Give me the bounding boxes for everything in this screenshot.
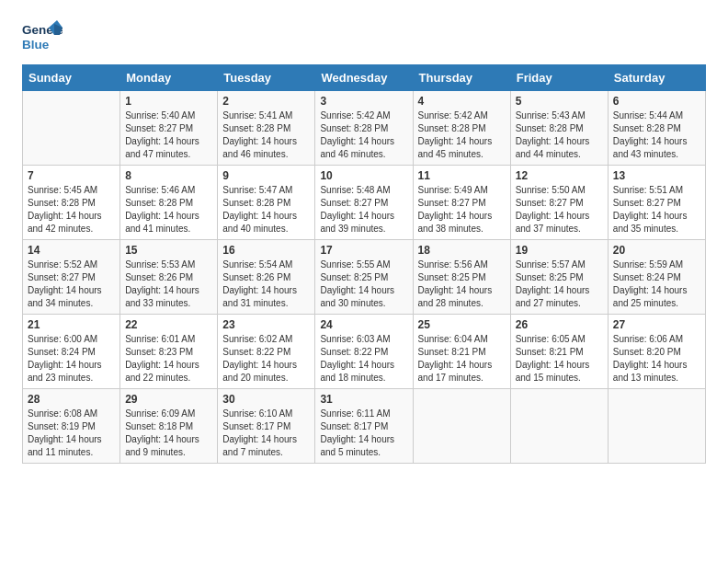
day-cell: 15Sunrise: 5:53 AM Sunset: 8:26 PM Dayli… [120,240,218,315]
day-number: 7 [28,169,115,182]
page-header: General Blue [22,18,706,55]
day-content: Sunrise: 5:52 AM Sunset: 8:27 PM Dayligh… [28,259,115,310]
week-row-2: 14Sunrise: 5:52 AM Sunset: 8:27 PM Dayli… [23,240,706,315]
day-cell: 10Sunrise: 5:48 AM Sunset: 8:27 PM Dayli… [315,166,413,240]
calendar-table: SundayMondayTuesdayWednesdayThursdayFrid… [22,64,706,464]
day-number: 14 [28,244,115,257]
day-number: 10 [320,169,407,182]
day-number: 29 [125,393,212,406]
day-cell [608,389,705,464]
day-cell: 12Sunrise: 5:50 AM Sunset: 8:27 PM Dayli… [510,166,608,240]
day-cell: 14Sunrise: 5:52 AM Sunset: 8:27 PM Dayli… [23,240,120,315]
day-cell: 7Sunrise: 5:45 AM Sunset: 8:28 PM Daylig… [23,166,120,240]
day-content: Sunrise: 6:02 AM Sunset: 8:22 PM Dayligh… [222,333,310,385]
day-header-sunday: Sunday [23,65,120,91]
day-number: 21 [28,318,115,331]
day-number: 22 [125,318,212,331]
day-number: 26 [516,318,603,331]
day-number: 20 [613,244,700,257]
day-number: 3 [320,95,407,108]
day-number: 13 [613,169,700,182]
day-content: Sunrise: 6:04 AM Sunset: 8:21 PM Dayligh… [418,333,506,385]
day-content: Sunrise: 6:08 AM Sunset: 8:19 PM Dayligh… [28,408,115,459]
day-cell: 29Sunrise: 6:09 AM Sunset: 8:18 PM Dayli… [120,389,218,464]
day-content: Sunrise: 6:11 AM Sunset: 8:17 PM Dayligh… [320,408,407,459]
day-content: Sunrise: 6:10 AM Sunset: 8:17 PM Dayligh… [222,408,310,459]
day-cell: 18Sunrise: 5:56 AM Sunset: 8:25 PM Dayli… [413,240,510,315]
week-row-1: 7Sunrise: 5:45 AM Sunset: 8:28 PM Daylig… [23,166,706,240]
day-number: 17 [320,244,407,257]
day-number: 5 [516,95,603,108]
day-number: 1 [125,95,212,108]
day-cell: 19Sunrise: 5:57 AM Sunset: 8:25 PM Dayli… [510,240,608,315]
day-cell: 16Sunrise: 5:54 AM Sunset: 8:26 PM Dayli… [218,240,315,315]
day-cell: 5Sunrise: 5:43 AM Sunset: 8:28 PM Daylig… [510,91,608,166]
day-number: 9 [222,169,310,182]
day-cell [413,389,510,464]
day-number: 15 [125,244,212,257]
day-content: Sunrise: 5:55 AM Sunset: 8:25 PM Dayligh… [320,259,407,310]
day-number: 8 [125,169,212,182]
day-content: Sunrise: 5:43 AM Sunset: 8:28 PM Dayligh… [516,109,603,161]
week-row-3: 21Sunrise: 6:00 AM Sunset: 8:24 PM Dayli… [23,315,706,389]
day-cell: 6Sunrise: 5:44 AM Sunset: 8:28 PM Daylig… [608,91,705,166]
day-cell: 4Sunrise: 5:42 AM Sunset: 8:28 PM Daylig… [413,91,510,166]
day-cell: 11Sunrise: 5:49 AM Sunset: 8:27 PM Dayli… [413,166,510,240]
day-number: 28 [28,393,115,406]
logo-svg: General Blue [22,18,63,55]
day-content: Sunrise: 5:57 AM Sunset: 8:25 PM Dayligh… [516,259,603,310]
day-header-monday: Monday [120,65,218,91]
day-number: 19 [516,244,603,257]
day-content: Sunrise: 5:49 AM Sunset: 8:27 PM Dayligh… [418,184,506,236]
day-number: 16 [222,244,310,257]
day-content: Sunrise: 6:06 AM Sunset: 8:20 PM Dayligh… [613,333,700,385]
day-number: 11 [418,169,506,182]
day-number: 4 [418,95,506,108]
day-cell: 9Sunrise: 5:47 AM Sunset: 8:28 PM Daylig… [218,166,315,240]
day-cell: 26Sunrise: 6:05 AM Sunset: 8:21 PM Dayli… [510,315,608,389]
day-cell [510,389,608,464]
day-cell: 30Sunrise: 6:10 AM Sunset: 8:17 PM Dayli… [218,389,315,464]
day-content: Sunrise: 5:46 AM Sunset: 8:28 PM Dayligh… [125,184,212,236]
day-header-tuesday: Tuesday [218,65,315,91]
week-row-0: 1Sunrise: 5:40 AM Sunset: 8:27 PM Daylig… [23,91,706,166]
day-content: Sunrise: 5:44 AM Sunset: 8:28 PM Dayligh… [613,109,700,161]
day-cell [23,91,120,166]
day-content: Sunrise: 5:53 AM Sunset: 8:26 PM Dayligh… [125,259,212,310]
day-cell: 1Sunrise: 5:40 AM Sunset: 8:27 PM Daylig… [120,91,218,166]
day-cell: 27Sunrise: 6:06 AM Sunset: 8:20 PM Dayli… [608,315,705,389]
day-content: Sunrise: 6:05 AM Sunset: 8:21 PM Dayligh… [516,333,603,385]
day-content: Sunrise: 6:01 AM Sunset: 8:23 PM Dayligh… [125,333,212,385]
day-cell: 3Sunrise: 5:42 AM Sunset: 8:28 PM Daylig… [315,91,413,166]
day-cell: 28Sunrise: 6:08 AM Sunset: 8:19 PM Dayli… [23,389,120,464]
day-content: Sunrise: 5:41 AM Sunset: 8:28 PM Dayligh… [222,109,310,161]
logo: General Blue [22,18,61,55]
day-cell: 2Sunrise: 5:41 AM Sunset: 8:28 PM Daylig… [218,91,315,166]
day-cell: 25Sunrise: 6:04 AM Sunset: 8:21 PM Dayli… [413,315,510,389]
day-number: 6 [613,95,700,108]
day-cell: 22Sunrise: 6:01 AM Sunset: 8:23 PM Dayli… [120,315,218,389]
day-number: 30 [222,393,310,406]
day-header-saturday: Saturday [608,65,705,91]
day-content: Sunrise: 6:00 AM Sunset: 8:24 PM Dayligh… [28,333,115,385]
day-number: 12 [516,169,603,182]
day-cell: 8Sunrise: 5:46 AM Sunset: 8:28 PM Daylig… [120,166,218,240]
day-number: 23 [222,318,310,331]
day-content: Sunrise: 5:42 AM Sunset: 8:28 PM Dayligh… [418,109,506,161]
day-number: 2 [222,95,310,108]
day-content: Sunrise: 5:54 AM Sunset: 8:26 PM Dayligh… [222,259,310,310]
day-cell: 24Sunrise: 6:03 AM Sunset: 8:22 PM Dayli… [315,315,413,389]
day-content: Sunrise: 5:51 AM Sunset: 8:27 PM Dayligh… [613,184,700,236]
day-cell: 13Sunrise: 5:51 AM Sunset: 8:27 PM Dayli… [608,166,705,240]
day-content: Sunrise: 5:40 AM Sunset: 8:27 PM Dayligh… [125,109,212,161]
day-content: Sunrise: 6:09 AM Sunset: 8:18 PM Dayligh… [125,408,212,459]
day-number: 25 [418,318,506,331]
day-cell: 17Sunrise: 5:55 AM Sunset: 8:25 PM Dayli… [315,240,413,315]
day-cell: 20Sunrise: 5:59 AM Sunset: 8:24 PM Dayli… [608,240,705,315]
days-header-row: SundayMondayTuesdayWednesdayThursdayFrid… [23,65,706,91]
day-number: 31 [320,393,407,406]
day-content: Sunrise: 5:59 AM Sunset: 8:24 PM Dayligh… [613,259,700,310]
day-number: 18 [418,244,506,257]
day-content: Sunrise: 5:48 AM Sunset: 8:27 PM Dayligh… [320,184,407,236]
day-cell: 23Sunrise: 6:02 AM Sunset: 8:22 PM Dayli… [218,315,315,389]
